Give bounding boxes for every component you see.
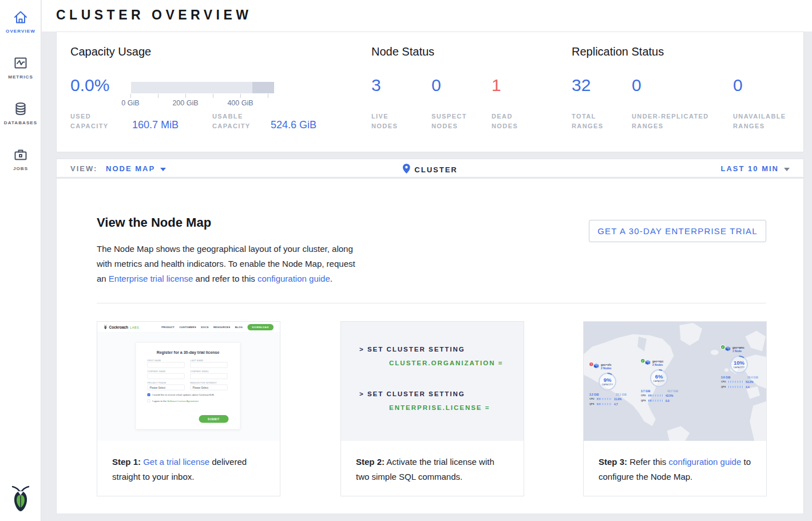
qps-bar [728,386,744,388]
sidebar-item-label: METRICS [0,74,41,80]
replication-status-title: Replication Status [572,45,664,58]
company-name-field [148,373,185,379]
nodes-cube-icon [726,346,731,351]
cpu-bar [648,394,664,397]
get-trial-license-link[interactable]: Get a trial license [143,457,209,467]
live-nodes-value: 3 [371,76,381,95]
briefcase-icon [0,147,41,163]
locality-node-count: 1 Node [732,350,742,353]
capacity-usage-bar [131,82,274,93]
cockroach-labs-site-screenshot: CockroachLABS PRODUCT CUSTOMERS DOCS RES… [97,322,280,441]
healthy-node-badge-icon: ✓ [721,345,725,349]
unavailable-ranges-label: UNAVAILABLE RANGES [733,112,796,131]
total-ranges-value: 32 [572,76,591,95]
sidebar-item-overview[interactable]: OVERVIEW [0,9,41,34]
usable-capacity-value: 524.6 GiB [271,119,316,131]
view-toolbar: VIEW: NODE MAP CLUSTER LAST 10 MIN [56,159,804,177]
step-1-image: CockroachLABS PRODUCT CUSTOMERS DOCS RES… [97,322,280,441]
capacity-ring: 6% CAPACITY [649,369,668,388]
step-2-card: > SET CLUSTER SETTING CLUSTER.ORGANIZATI… [340,321,524,496]
home-icon [0,9,41,25]
sidebar: OVERVIEW METRICS DATABASES JOBS [0,0,41,521]
locality-name: geo=nyc [652,360,663,363]
capacity-bar-segment [252,82,274,93]
cpu-bar [597,398,612,400]
view-selector-dropdown[interactable]: NODE MAP [106,164,166,173]
license-agreement-checkbox-row: I agree to the Software License Agreemen… [148,400,229,402]
locality-node-count: 2 Nodes [601,367,611,370]
locality-name: geo=ams [732,346,744,349]
company-email-field [191,373,228,379]
dead-nodes-value: 1 [492,76,501,95]
mini-submit-button: SUBMIT [199,415,229,423]
used-capacity-label: USED CAPACITY [70,112,117,131]
mini-form-title: Register for a 30-day trial license [148,350,229,355]
checkbox-checked-icon: ✓ [148,393,150,396]
usable-capacity-label: USABLE CAPACITY [212,112,265,131]
chevron-down-icon [784,168,790,171]
database-icon [0,101,41,117]
locality-marker-nyc: ✓ geo=nyc 2 Nodes 6% CAPACITY 3.7 GiB43.… [641,357,687,409]
sql-command-line: > SET CLUSTER SETTING [359,346,465,353]
capacity-percent: 0.0% [70,76,109,95]
cpu-bar [728,381,744,383]
cockroachdb-logo [9,484,32,516]
step-2-image: > SET CLUSTER SETTING CLUSTER.ORGANIZATI… [341,322,524,441]
sql-command-line: > SET CLUSTER SETTING [359,390,465,397]
cluster-summary-card: Capacity Usage 0.0% 0 GiB 200 GiB 400 Gi… [56,31,804,152]
trial-registration-form: Register for a 30-day trial license FIRS… [136,342,240,429]
locality-marker-ams: ✓ geo=ams 1 Node 10% CAPACITY 3.6 GiB36.… [721,344,766,395]
step-3-caption: Step 3: Refer this configuration guide t… [584,441,766,484]
mini-site-logo: CockroachLABS [104,325,139,330]
live-nodes-label: LIVE NODES [371,112,417,131]
step-3-card: ! geo=sfo 2 Nodes 9% CAPACITY 3.2 GiB33.… [583,321,767,496]
configuration-guide-link[interactable]: configuration guide [669,457,742,467]
enterprise-trial-license-link[interactable]: Enterprise trial license [109,274,193,283]
locality-node-count: 2 Nodes [652,364,663,367]
sql-argument-line: ENTERPRISE.LICENSE = [389,404,490,411]
locality-marker-sfo: ! geo=sfo 2 Nodes 9% CAPACITY 3.2 GiB33.… [589,361,635,412]
capacity-axis-tick: 0 GiB [113,99,148,107]
sidebar-item-jobs[interactable]: JOBS [0,147,41,171]
qps-bar [648,400,664,402]
page-title: CLUSTER OVERVIEW [56,7,252,23]
used-capacity-value: 160.7 MiB [132,119,179,131]
enterprise-trial-button[interactable]: GET A 30-DAY ENTERPRISE TRIAL [589,220,766,242]
step-1-card: CockroachLABS PRODUCT CUSTOMERS DOCS RES… [97,321,280,496]
step-2-caption: Step 2: Activate the trial license with … [341,441,524,484]
checkbox-unchecked-icon [148,400,150,402]
unavailable-ranges-value: 0 [733,76,743,95]
total-ranges-label: TOTAL RANGES [572,112,615,131]
sidebar-item-label: OVERVIEW [0,29,41,34]
node-map-panel: View the Node Map The Node Map shows the… [56,178,804,514]
locality-name: geo=sfo [601,363,611,366]
sidebar-item-metrics[interactable]: METRICS [0,55,41,80]
configuration-guide-link[interactable]: configuration guide [258,274,330,283]
qps-bar [597,403,612,405]
sidebar-item-label: DATABASES [0,120,41,125]
sidebar-item-databases[interactable]: DATABASES [0,101,41,125]
node-map-intro: The Node Map shows the geographical layo… [97,242,360,286]
capacity-ring: 9% CAPACITY [598,372,617,391]
view-label: VIEW: [70,164,97,173]
capacity-ring: 10% CAPACITY [730,355,748,374]
reason-select: Please Select [191,385,228,390]
under-replicated-ranges-value: 0 [632,76,641,95]
capacity-axis-tick: 200 GiB [168,99,203,107]
capacity-usage-title: Capacity Usage [70,45,151,58]
metrics-icon [0,55,41,71]
under-replicated-ranges-label: UNDER-REPLICATED RANGES [632,112,726,131]
time-range-dropdown[interactable]: LAST 10 MIN [721,164,790,173]
scope-breadcrumb: CLUSTER [414,165,457,174]
dead-node-badge-icon: ! [589,362,593,366]
suspect-nodes-value: 0 [431,76,441,95]
sidebar-item-label: JOBS [0,166,41,171]
step-1-caption: Step 1: Get a trial license delivered st… [97,441,280,484]
nodes-cube-icon [594,364,599,368]
node-map-heading: View the Node Map [97,215,211,230]
divider [97,303,766,303]
capacity-axis-tick: 400 GiB [223,99,258,107]
last-name-field [191,362,228,368]
node-status-title: Node Status [371,45,434,58]
mini-site-nav-links: PRODUCT CUSTOMERS DOCS RESOURCES BLOG DO… [161,324,274,330]
